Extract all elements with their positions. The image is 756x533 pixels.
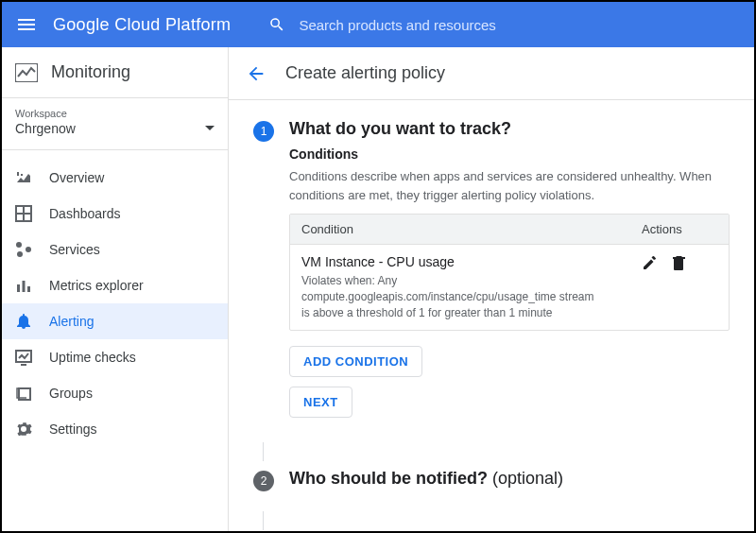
condition-name: VM Instance - CPU usage: [301, 254, 642, 269]
sidebar: Monitoring Workspace Chrgenow Overview D…: [2, 47, 229, 533]
nav-metrics-explorer[interactable]: Metrics explorer: [2, 267, 228, 303]
nav-overview[interactable]: Overview: [2, 160, 228, 196]
nav-label: Alerting: [49, 314, 94, 329]
caret-down-icon: [205, 124, 215, 133]
nav-alerting[interactable]: Alerting: [2, 303, 228, 339]
step-1-title: What do you want to track?: [289, 119, 730, 139]
nav-uptime[interactable]: Uptime checks: [2, 339, 228, 375]
workspace-label: Workspace: [15, 108, 215, 119]
svg-rect-0: [15, 63, 38, 82]
col-condition: Condition: [301, 222, 642, 236]
nav-label: Dashboards: [49, 206, 121, 221]
next-button[interactable]: NEXT: [289, 387, 352, 418]
svg-point-6: [16, 242, 22, 248]
nav-label: Overview: [49, 170, 104, 185]
alerting-icon: [15, 313, 32, 330]
nav-label: Groups: [49, 386, 93, 401]
workspace-value: Chrgenow: [15, 121, 76, 136]
svg-rect-10: [23, 281, 26, 292]
conditions-description: Conditions describe when apps and servic…: [289, 167, 730, 204]
step-connector: [263, 442, 264, 461]
step-2-title: Who should be notified? (optional): [289, 469, 730, 489]
nav-groups[interactable]: Groups: [2, 375, 228, 411]
search-wrap: [268, 16, 741, 33]
add-condition-button[interactable]: ADD CONDITION: [289, 346, 422, 377]
svg-rect-2: [21, 174, 23, 176]
search-input[interactable]: [299, 17, 582, 33]
nav-label: Metrics explorer: [49, 278, 144, 293]
groups-icon: [15, 385, 32, 402]
services-icon: [15, 241, 32, 258]
nav-dashboards[interactable]: Dashboards: [2, 196, 228, 232]
table-row: VM Instance - CPU usage Violates when: A…: [290, 244, 729, 330]
page-title: Create alerting policy: [285, 63, 445, 83]
col-actions: Actions: [642, 222, 717, 236]
uptime-icon: [15, 349, 32, 366]
step-2: 2 Who should be notified? (optional): [253, 469, 730, 496]
nav-label: Services: [49, 242, 100, 257]
workspace-selector[interactable]: Workspace Chrgenow: [2, 98, 228, 150]
step-badge-2: 2: [253, 471, 274, 491]
svg-rect-9: [17, 284, 20, 292]
monitoring-icon: [15, 63, 38, 82]
search-icon: [268, 16, 285, 33]
edit-icon[interactable]: [642, 254, 659, 271]
content: 1 What do you want to track? Conditions …: [229, 100, 754, 533]
page-header: Create alerting policy: [229, 47, 754, 100]
svg-rect-1: [17, 172, 19, 176]
nav-services[interactable]: Services: [2, 232, 228, 267]
nav-list: Overview Dashboards Services Metrics exp…: [2, 150, 228, 456]
condition-detail: Violates when: Any compute.googleapis.co…: [301, 273, 642, 320]
main-area: Create alerting policy 1 What do you wan…: [229, 47, 754, 533]
gear-icon: [15, 421, 32, 438]
svg-rect-11: [27, 286, 30, 292]
metrics-icon: [15, 277, 32, 294]
dashboards-icon: [15, 205, 32, 222]
svg-point-7: [26, 247, 31, 252]
module-header: Monitoring: [2, 47, 228, 98]
brand-title: Google Cloud Platform: [53, 15, 231, 35]
conditions-table: Condition Actions VM Instance - CPU usag…: [289, 214, 730, 331]
back-arrow-icon[interactable]: [246, 63, 266, 84]
menu-icon[interactable]: [15, 13, 38, 36]
step-badge-1: 1: [253, 121, 274, 142]
nav-settings[interactable]: Settings: [2, 411, 228, 447]
nav-label: Uptime checks: [49, 350, 136, 365]
delete-icon[interactable]: [670, 254, 687, 271]
svg-point-8: [17, 251, 23, 257]
nav-label: Settings: [49, 421, 97, 437]
top-bar: Google Cloud Platform: [2, 2, 754, 47]
conditions-subheading: Conditions: [289, 146, 730, 162]
step-1: 1 What do you want to track? Conditions …: [253, 119, 730, 427]
module-title: Monitoring: [51, 62, 130, 82]
step-connector: [263, 511, 264, 530]
overview-icon: [15, 169, 32, 186]
